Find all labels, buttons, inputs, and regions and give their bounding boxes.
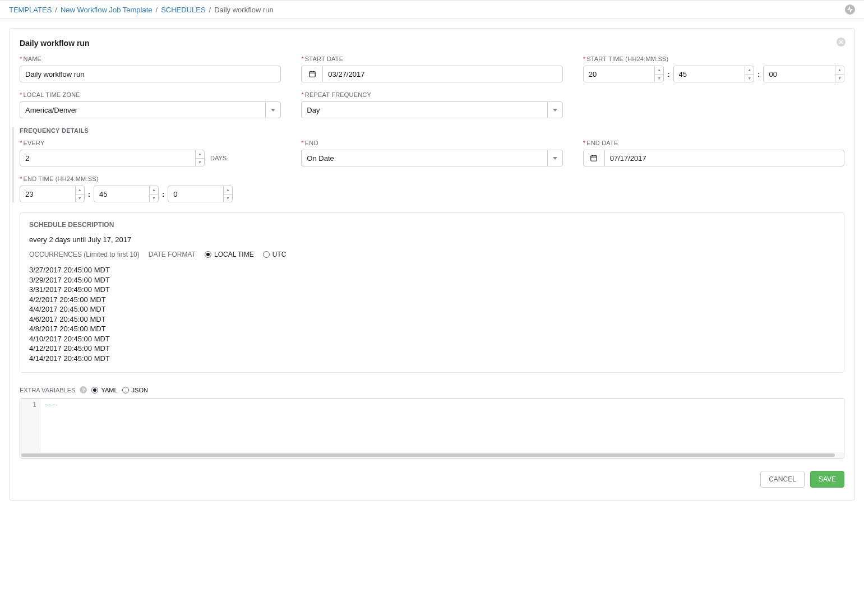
spinner-down-icon[interactable]: ▼	[195, 159, 204, 166]
start-time-hh-input[interactable]	[583, 66, 664, 82]
date-format-local-radio[interactable]: LOCAL TIME	[205, 251, 254, 258]
occurrence-item: 3/27/2017 20:45:00 MDT	[29, 265, 835, 275]
format-json-radio[interactable]: JSON	[122, 387, 148, 393]
calendar-icon[interactable]	[583, 150, 604, 166]
breadcrumb-templates[interactable]: TEMPLATES	[9, 6, 52, 14]
end-time-label: *END TIME (HH24:MM:SS)	[20, 175, 233, 182]
occurrence-item: 3/31/2017 20:45:00 MDT	[29, 285, 835, 295]
end-label: *END	[301, 140, 562, 146]
end-date-input[interactable]: 07/17/2017	[604, 150, 844, 166]
breadcrumb-current: Daily workflow run	[214, 6, 273, 14]
end-mode-select[interactable]: On Date	[301, 150, 547, 166]
cancel-button[interactable]: CANCEL	[760, 471, 805, 488]
occurrence-item: 3/29/2017 20:45:00 MDT	[29, 275, 835, 285]
page-root: TEMPLATES / New Workflow Job Template / …	[0, 0, 864, 521]
occurrence-item: 4/6/2017 20:45:00 MDT	[29, 314, 835, 325]
calendar-icon[interactable]	[301, 66, 322, 82]
chevron-down-icon[interactable]	[265, 101, 281, 118]
every-label: *EVERY	[20, 140, 281, 146]
time-sep: :	[162, 190, 164, 198]
close-icon[interactable]	[837, 38, 845, 47]
start-time-label: *START TIME (HH24:MM:SS)	[583, 55, 844, 62]
activity-stream-icon[interactable]	[845, 4, 855, 15]
editor-gutter: 1	[20, 399, 40, 452]
panel-title: Daily workflow run	[20, 39, 89, 48]
name-label: *NAME	[20, 55, 281, 62]
start-date-label: *START DATE	[301, 55, 562, 62]
start-time-ss-input[interactable]	[763, 66, 844, 82]
breadcrumb: TEMPLATES / New Workflow Job Template / …	[0, 1, 864, 19]
help-icon[interactable]: ?	[80, 386, 87, 393]
date-format-utc-radio[interactable]: UTC	[263, 251, 287, 258]
breadcrumb-sep: /	[156, 6, 158, 14]
time-sep: :	[88, 190, 90, 198]
occurrence-item: 4/14/2017 20:45:00 MDT	[29, 354, 835, 364]
end-date-label: *END DATE	[583, 140, 844, 146]
time-sep: :	[757, 70, 760, 78]
occurrence-item: 4/12/2017 20:45:00 MDT	[29, 344, 835, 354]
spinner-up-icon[interactable]: ▲	[195, 150, 204, 159]
format-yaml-radio[interactable]: YAML	[91, 387, 117, 393]
breadcrumb-schedules[interactable]: SCHEDULES	[161, 6, 205, 14]
spinner-up-icon[interactable]: ▲	[223, 186, 232, 194]
schedule-desc-text: every 2 days until July 17, 2017	[29, 235, 835, 244]
time-sep: :	[667, 70, 669, 78]
svg-rect-0	[309, 72, 316, 77]
panel-header: Daily workflow run	[20, 39, 844, 48]
every-unit-label: DAYS	[210, 155, 227, 161]
spinner-up-icon[interactable]: ▲	[149, 186, 158, 194]
schedule-form-panel: Daily workflow run *NAME *START DATE 03/…	[9, 28, 855, 501]
start-date-input[interactable]: 03/27/2017	[322, 66, 562, 82]
spinner-down-icon[interactable]: ▼	[835, 75, 844, 82]
occurrences-list: 3/27/2017 20:45:00 MDT 3/29/2017 20:45:0…	[29, 265, 835, 363]
every-input[interactable]	[20, 150, 205, 166]
spinner-down-icon[interactable]: ▼	[75, 194, 84, 202]
spinner-up-icon[interactable]: ▲	[745, 66, 754, 75]
occurrences-label: OCCURRENCES (Limited to first 10)	[29, 251, 140, 258]
date-format-label: DATE FORMAT	[149, 251, 196, 258]
start-time-mm-input[interactable]	[673, 66, 755, 82]
spinner-up-icon[interactable]: ▲	[654, 66, 663, 75]
breadcrumb-sep: /	[209, 6, 211, 14]
freq-details-header: FREQUENCY DETAILS	[20, 127, 844, 134]
chevron-down-icon[interactable]	[547, 101, 563, 118]
schedule-description-panel: SCHEDULE DESCRIPTION every 2 days until …	[20, 212, 844, 373]
spinner-down-icon[interactable]: ▼	[149, 194, 158, 202]
extra-vars-editor[interactable]: 1 ---	[20, 398, 844, 458]
repeat-freq-label: *REPEAT FREQUENCY	[301, 91, 562, 98]
breadcrumb-sep: /	[55, 6, 57, 14]
spinner-down-icon[interactable]: ▼	[745, 75, 754, 82]
extra-vars-label: EXTRA VARIABLES	[20, 387, 75, 393]
editor-scrollbar[interactable]	[20, 452, 844, 458]
save-button[interactable]: SAVE	[810, 471, 844, 488]
occurrence-item: 4/8/2017 20:45:00 MDT	[29, 324, 835, 334]
occurrence-item: 4/10/2017 20:45:00 MDT	[29, 334, 835, 344]
editor-content[interactable]: ---	[40, 399, 844, 452]
occurrence-item: 4/4/2017 20:45:00 MDT	[29, 304, 835, 314]
extra-variables-section: EXTRA VARIABLES ? YAML JSON 1 ---	[20, 386, 844, 458]
timezone-select[interactable]: America/Denver	[20, 101, 265, 118]
spinner-up-icon[interactable]: ▲	[75, 186, 84, 194]
breadcrumb-template-name[interactable]: New Workflow Job Template	[61, 6, 153, 14]
repeat-freq-select[interactable]: Day	[301, 101, 547, 118]
svg-rect-1	[591, 156, 597, 161]
spinner-down-icon[interactable]: ▼	[223, 194, 232, 202]
schedule-desc-header: SCHEDULE DESCRIPTION	[29, 221, 835, 229]
spinner-up-icon[interactable]: ▲	[835, 66, 844, 75]
chevron-down-icon[interactable]	[547, 150, 563, 166]
timezone-label: *LOCAL TIME ZONE	[20, 91, 281, 98]
spinner-down-icon[interactable]: ▼	[654, 75, 663, 82]
name-input[interactable]	[20, 66, 281, 82]
occurrence-item: 4/2/2017 20:45:00 MDT	[29, 295, 835, 305]
